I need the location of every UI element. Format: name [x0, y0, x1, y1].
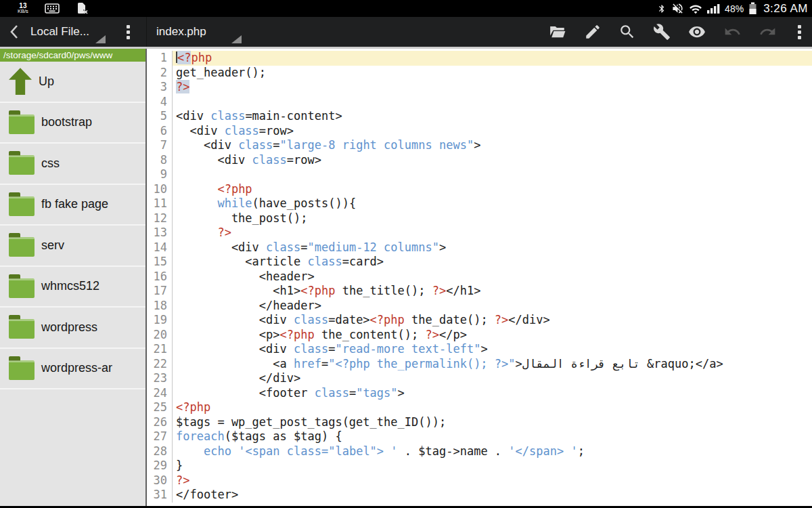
code-line[interactable]: 10 <?php [147, 182, 812, 197]
code-line-content: ?> [173, 80, 812, 95]
up-arrow-icon [9, 68, 32, 95]
code-line[interactable]: 29} [147, 459, 812, 473]
code-line[interactable]: 22 <a href="<?php the_permalink(); ?>">ت… [147, 357, 812, 372]
code-line[interactable]: 15 <article class=card> [147, 255, 812, 270]
redo-icon[interactable] [759, 23, 777, 41]
code-line-content: the_post(); [173, 211, 812, 226]
code-line[interactable]: 6 <div class=row> [147, 124, 812, 139]
folder-icon [9, 196, 35, 216]
code-line[interactable]: 24 <footer class="tags"> [147, 386, 812, 401]
line-number: 22 [147, 357, 173, 372]
code-line[interactable]: 25<?php [147, 400, 812, 415]
code-line[interactable]: 17 <h1><?php the_title(); ?></h1> [147, 284, 812, 299]
file-item-label: wordpress-ar [41, 361, 112, 375]
file-list-item[interactable]: wordpress-ar [0, 349, 145, 390]
code-line[interactable]: 27foreach($tags as $tag) { [147, 429, 812, 444]
toolbar: Local File... index.php [0, 17, 812, 49]
line-number: 16 [147, 270, 173, 284]
line-number: 8 [147, 153, 173, 168]
line-number: 24 [147, 386, 173, 401]
folder-icon [9, 237, 35, 257]
code-line[interactable]: 16 <header> [147, 270, 812, 284]
dropdown-triangle-icon [95, 35, 106, 43]
code-line-content: ?> [173, 473, 812, 488]
code-line[interactable]: 11 while(have_posts()){ [147, 196, 812, 211]
code-line-content: <?php [173, 182, 812, 197]
code-line[interactable]: 20 <p><?php the_content(); ?></p> [147, 328, 812, 343]
tools-wrench-icon[interactable] [653, 23, 671, 41]
code-line-content: ?> [173, 226, 812, 240]
line-number: 13 [147, 226, 173, 240]
line-number: 31 [147, 488, 173, 503]
file-item-label: Up [39, 75, 54, 89]
main-content: /storage/sdcard0/pws/www Upbootstrapcssf… [0, 49, 812, 506]
edit-pencil-icon[interactable] [584, 23, 602, 41]
code-line[interactable]: 5<div class=main-content> [147, 109, 812, 124]
code-line[interactable]: 8 <div class=row> [147, 153, 812, 168]
preview-eye-icon[interactable] [687, 23, 706, 41]
code-line[interactable]: 28 echo '<span class="label"> ' . $tag->… [147, 444, 812, 459]
line-number: 11 [147, 196, 173, 211]
line-number: 30 [147, 473, 173, 488]
file-list: Upbootstrapcssfb fake pageservwhmcs512wo… [0, 62, 145, 506]
back-icon[interactable] [7, 23, 22, 41]
code-line[interactable]: 13 ?> [147, 226, 812, 240]
code-line[interactable]: 3?> [147, 80, 812, 95]
overflow-menu-icon[interactable] [794, 25, 801, 39]
file-list-item[interactable]: whmcs512 [0, 267, 145, 308]
file-list-item[interactable]: css [0, 144, 145, 185]
code-line[interactable]: 12 the_post(); [147, 211, 812, 226]
code-line[interactable]: 14 <div class="medium-12 columns"> [147, 240, 812, 255]
network-speed-unit: KB/s [18, 9, 28, 14]
search-icon[interactable] [618, 23, 636, 41]
file-list-item[interactable]: bootstrap [0, 103, 145, 144]
code-line[interactable]: 30?> [147, 473, 812, 488]
file-browser-sidebar: /storage/sdcard0/pws/www Upbootstrapcssf… [0, 49, 147, 506]
code-line[interactable]: 26$tags = wp_get_post_tags(get_the_ID())… [147, 415, 812, 430]
code-line[interactable]: 23 </div> [147, 371, 812, 386]
file-list-item[interactable]: Up [0, 62, 145, 103]
code-line-content: foreach($tags as $tag) { [173, 429, 812, 444]
code-area[interactable]: 1<?php2get_header();3?>45<div class=main… [147, 51, 812, 503]
panel-overflow-menu-icon[interactable] [127, 25, 130, 39]
status-bar-left: 13 KB/s [0, 2, 89, 15]
file-panel-header[interactable]: Local File... [0, 17, 147, 47]
network-speed-indicator: 13 KB/s [18, 3, 28, 14]
tab-title[interactable]: index.php [147, 25, 206, 39]
wifi-icon [689, 3, 702, 14]
code-line[interactable]: 19 <div class=date><?php the_date(); ?><… [147, 313, 812, 328]
file-panel-title[interactable]: Local File... [30, 25, 89, 39]
code-line[interactable]: 18 </header> [147, 299, 812, 314]
line-number: 25 [147, 400, 173, 415]
line-number: 10 [147, 182, 173, 197]
code-line[interactable]: 2get_header(); [147, 66, 812, 81]
code-line[interactable]: 1<?php [147, 51, 812, 66]
status-bar-right: 48% 3:26 AM [657, 2, 812, 16]
code-line-content: echo '<span class="label"> ' . $tag->nam… [173, 444, 812, 459]
code-line-content: <?php [173, 400, 812, 415]
code-line-content [173, 95, 812, 110]
bluetooth-icon [657, 3, 667, 15]
code-line-content: <div class=main-content> [173, 109, 812, 124]
tab-index-php[interactable]: index.php [147, 17, 246, 47]
open-folder-icon[interactable] [548, 23, 567, 41]
code-line-content: <footer class="tags"> [173, 386, 812, 401]
code-line[interactable]: 9 [147, 167, 812, 182]
folder-icon [9, 278, 35, 298]
code-line[interactable]: 7 <div class="large-8 right columns news… [147, 138, 812, 153]
line-number: 4 [147, 95, 173, 110]
undo-icon[interactable] [723, 23, 742, 41]
file-list-item[interactable]: serv [0, 226, 145, 267]
code-line[interactable]: 31</footer> [147, 488, 812, 503]
code-line[interactable]: 4 [147, 95, 812, 110]
code-line-content [173, 167, 812, 182]
code-editor[interactable]: 1<?php2get_header();3?>45<div class=main… [147, 49, 812, 506]
toolbar-actions [246, 17, 812, 47]
no-sim-icon [76, 2, 89, 15]
tab-dropdown-triangle-icon [231, 35, 242, 43]
file-list-item[interactable]: fb fake page [0, 185, 145, 226]
signal-strength-icon [707, 3, 720, 14]
code-line-content: $tags = wp_get_post_tags(get_the_ID()); [173, 415, 812, 430]
file-list-item[interactable]: wordpress [0, 308, 145, 349]
code-line[interactable]: 21 <div class="read-more text-left"> [147, 342, 812, 357]
